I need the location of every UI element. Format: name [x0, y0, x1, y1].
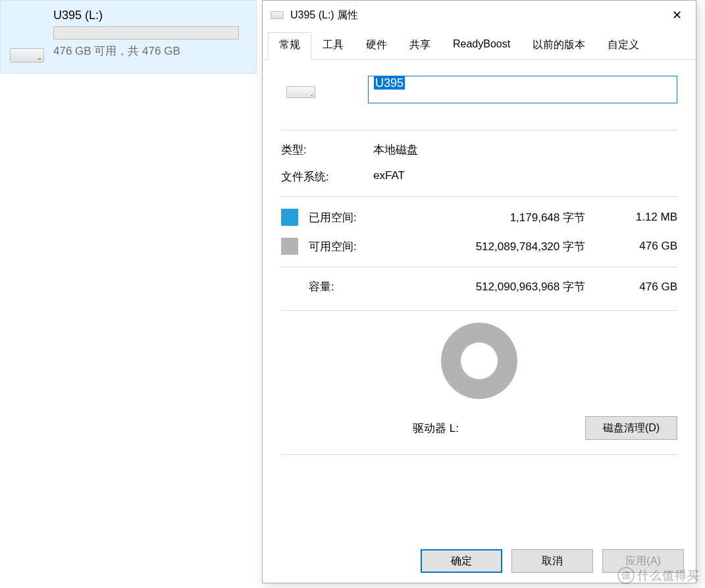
tab-tools[interactable]: 工具: [311, 32, 355, 59]
used-label: 已用空间:: [309, 210, 401, 225]
filesystem-label: 文件系统:: [281, 169, 373, 184]
tab-previous-versions[interactable]: 以前的版本: [521, 32, 596, 59]
tab-strip: 常规 工具 硬件 共享 ReadyBoost 以前的版本 自定义: [263, 32, 696, 60]
divider: [281, 267, 677, 267]
dialog-button-bar: 确定 取消 应用(A): [263, 539, 696, 583]
drive-letter-label: 驱动器 L:: [413, 421, 459, 436]
used-color-swatch: [281, 209, 298, 226]
drive-title: U395 (L:): [53, 9, 247, 22]
drive-icon: [10, 38, 44, 63]
drive-info: U395 (L:) 476 GB 可用，共 476 GB: [53, 9, 247, 65]
type-label: 类型:: [281, 142, 373, 157]
close-button[interactable]: ✕: [662, 5, 692, 26]
close-icon: ✕: [672, 8, 682, 22]
tab-customize[interactable]: 自定义: [596, 32, 650, 59]
cancel-button[interactable]: 取消: [511, 549, 593, 573]
divider: [281, 196, 677, 197]
tab-sharing[interactable]: 共享: [398, 32, 442, 59]
drive-icon: [286, 81, 315, 98]
usage-pie-chart: [441, 323, 517, 399]
used-bytes: 1,179,648 字节: [401, 210, 612, 225]
type-value: 本地磁盘: [373, 142, 677, 157]
drive-subtitle: 476 GB 可用，共 476 GB: [53, 43, 247, 59]
divider: [281, 310, 677, 311]
ok-button[interactable]: 确定: [421, 549, 502, 573]
drive-icon: [271, 11, 284, 19]
divider: [281, 454, 677, 455]
dialog-title: U395 (L:) 属性: [290, 9, 662, 22]
capacity-size: 476 GB: [612, 281, 677, 294]
capacity-bytes: 512,090,963,968 字节: [401, 279, 612, 294]
free-label: 可用空间:: [309, 239, 401, 254]
free-color-swatch: [281, 238, 298, 255]
tab-general[interactable]: 常规: [268, 32, 311, 60]
used-size: 1.12 MB: [612, 211, 677, 224]
filesystem-value: exFAT: [373, 169, 677, 184]
titlebar[interactable]: U395 (L:) 属性 ✕: [263, 1, 696, 30]
tab-readyboost[interactable]: ReadyBoost: [442, 32, 521, 59]
tab-body-general: U395 类型: 本地磁盘 文件系统: exFAT 已用空间: 1,179,64…: [263, 60, 696, 539]
divider: [281, 130, 677, 130]
drive-usage-bar: [53, 26, 239, 40]
tab-hardware[interactable]: 硬件: [355, 32, 398, 59]
properties-dialog: U395 (L:) 属性 ✕ 常规 工具 硬件 共享 ReadyBoost 以前…: [262, 0, 696, 583]
free-size: 476 GB: [612, 240, 677, 253]
apply-button: 应用(A): [602, 549, 684, 573]
explorer-drive-item[interactable]: U395 (L:) 476 GB 可用，共 476 GB: [0, 0, 257, 74]
capacity-label: 容量:: [309, 279, 401, 294]
free-bytes: 512,089,784,320 字节: [401, 239, 612, 254]
volume-name-input[interactable]: U395: [368, 76, 677, 103]
disk-cleanup-button[interactable]: 磁盘清理(D): [585, 416, 677, 440]
